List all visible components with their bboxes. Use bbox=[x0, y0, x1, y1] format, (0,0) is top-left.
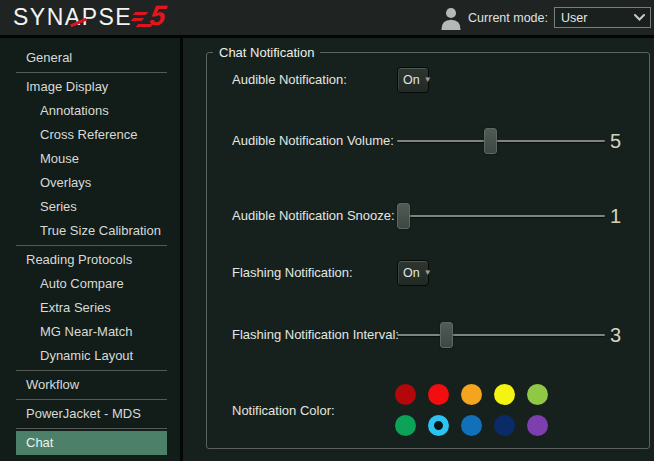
audible-notification-snooze-label: Audible Notification Snooze: bbox=[232, 203, 395, 229]
row-notification-color: Notification Color: bbox=[183, 384, 654, 436]
notification-color-swatch-7-selected[interactable] bbox=[428, 415, 449, 436]
user-icon bbox=[440, 6, 462, 30]
sidebar-item-annotations[interactable]: Annotations bbox=[16, 99, 167, 123]
sidebar-item-series[interactable]: Series bbox=[16, 195, 167, 219]
sidebar-item-true-size-calibration[interactable]: True Size Calibration bbox=[16, 219, 167, 243]
sidebar-item-cross-reference[interactable]: Cross Reference bbox=[16, 123, 167, 147]
audible-notification-volume-slider-thumb[interactable] bbox=[484, 128, 497, 154]
audible-notification-volume-label: Audible Notification Volume: bbox=[232, 128, 394, 154]
audible-notification-label: Audible Notification: bbox=[232, 67, 347, 93]
window-body: GeneralImage DisplayAnnotationsCross Ref… bbox=[0, 38, 654, 461]
notification-color-swatch-4[interactable] bbox=[494, 384, 515, 405]
audible-notification-snooze-slider-thumb[interactable] bbox=[397, 203, 410, 229]
audible-notification-volume-slider[interactable] bbox=[397, 128, 605, 154]
sidebar-item-auto-compare[interactable]: Auto Compare bbox=[16, 272, 167, 296]
flashing-notification-interval-slider[interactable] bbox=[397, 322, 605, 348]
current-mode-label: Current mode: bbox=[468, 11, 548, 25]
current-mode-select[interactable]: User bbox=[554, 7, 651, 28]
notification-color-swatch-6[interactable] bbox=[395, 415, 416, 436]
audible-notification-volume-value: 5 bbox=[610, 128, 621, 154]
group-title: Chat Notification bbox=[213, 45, 320, 60]
sidebar-divider bbox=[16, 399, 167, 400]
flashing-notification-interval-slider-thumb[interactable] bbox=[440, 322, 453, 348]
logo-text: SYNAPSE bbox=[13, 4, 132, 31]
flashing-notification-dropdown-value: On bbox=[398, 266, 420, 280]
row-audible-notification-volume: Audible Notification Volume:5 bbox=[183, 128, 654, 154]
sidebar-item-reading-protocols[interactable]: Reading Protocols bbox=[16, 248, 167, 272]
sidebar-divider bbox=[16, 245, 167, 246]
row-audible-notification-snooze: Audible Notification Snooze:1 bbox=[183, 203, 654, 229]
audible-notification-dropdown-value: On bbox=[398, 73, 420, 87]
sidebar-item-chat[interactable]: Chat bbox=[16, 431, 167, 455]
row-audible-notification: Audible Notification:On▼ bbox=[183, 67, 654, 93]
audible-notification-snooze-slider[interactable] bbox=[397, 203, 605, 229]
sidebar-item-dynamic-layout[interactable]: Dynamic Layout bbox=[16, 344, 167, 368]
notification-color-swatch-9[interactable] bbox=[494, 415, 515, 436]
row-flashing-notification-interval: Flashing Notification Interval:3 bbox=[183, 322, 654, 348]
logo-speed-line bbox=[131, 18, 145, 21]
audible-notification-snooze-slider-track[interactable] bbox=[397, 215, 605, 217]
sidebar-item-workflow[interactable]: Workflow bbox=[16, 373, 167, 397]
notification-color-swatch-1[interactable] bbox=[395, 384, 416, 405]
current-mode-area: Current mode: User bbox=[440, 6, 651, 30]
sidebar-divider bbox=[16, 72, 167, 73]
dropdown-arrow-icon: ▼ bbox=[424, 67, 432, 93]
notification-color-swatch-5[interactable] bbox=[527, 384, 548, 405]
sidebar-item-image-display[interactable]: Image Display bbox=[16, 75, 167, 99]
flashing-notification-interval-value: 3 bbox=[610, 322, 621, 348]
audible-notification-dropdown[interactable]: On▼ bbox=[397, 67, 429, 93]
flashing-notification-interval-slider-track[interactable] bbox=[397, 334, 605, 336]
flashing-notification-interval-label: Flashing Notification Interval: bbox=[232, 322, 399, 348]
flashing-notification-label: Flashing Notification: bbox=[232, 260, 353, 286]
notification-color-swatches bbox=[395, 384, 548, 436]
dropdown-arrow-icon: ▼ bbox=[424, 260, 432, 286]
notification-color-swatch-10[interactable] bbox=[527, 415, 548, 436]
notification-color-swatch-3[interactable] bbox=[461, 384, 482, 405]
sidebar-item-mg-near-match[interactable]: MG Near-Match bbox=[16, 320, 167, 344]
sidebar-item-mouse[interactable]: Mouse bbox=[16, 147, 167, 171]
notification-color-swatch-8[interactable] bbox=[461, 415, 482, 436]
sidebar-item-powerjacket-mds[interactable]: PowerJacket - MDS bbox=[16, 402, 167, 426]
notification-color-swatch-2[interactable] bbox=[428, 384, 449, 405]
chevron-down-icon bbox=[634, 14, 645, 21]
logo-version-number: 5 bbox=[148, 1, 168, 31]
sidebar-divider bbox=[16, 428, 167, 429]
flashing-notification-dropdown[interactable]: On▼ bbox=[397, 260, 429, 286]
logo-speed-line bbox=[133, 12, 149, 15]
settings-panel: Chat Notification Audible Notification:O… bbox=[183, 38, 654, 461]
sidebar-item-overlays[interactable]: Overlays bbox=[16, 171, 167, 195]
top-bar: SYNAPSE 5 Current mode: User bbox=[0, 0, 654, 38]
sidebar-item-general[interactable]: General bbox=[16, 46, 167, 70]
sidebar: GeneralImage DisplayAnnotationsCross Ref… bbox=[0, 38, 183, 461]
notification-color-label: Notification Color: bbox=[232, 398, 335, 424]
sidebar-item-extra-series[interactable]: Extra Series bbox=[16, 296, 167, 320]
sidebar-divider bbox=[16, 370, 167, 371]
row-flashing-notification: Flashing Notification:On▼ bbox=[183, 260, 654, 286]
audible-notification-snooze-value: 1 bbox=[610, 203, 621, 229]
logo-version: 5 bbox=[142, 2, 180, 34]
app-window: SYNAPSE 5 Current mode: User bbox=[0, 0, 654, 461]
current-mode-value: User bbox=[561, 11, 587, 25]
audible-notification-volume-slider-track[interactable] bbox=[397, 140, 605, 142]
synapse-logo: SYNAPSE 5 bbox=[13, 0, 180, 35]
